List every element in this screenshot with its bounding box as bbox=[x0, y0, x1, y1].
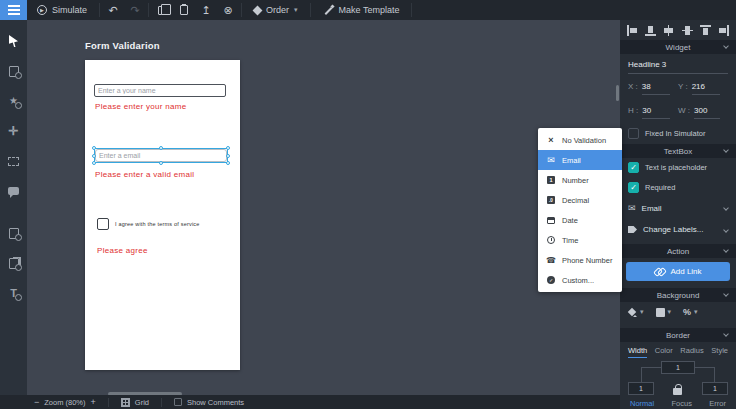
menu-item-number[interactable]: 1 Number bbox=[538, 170, 622, 190]
arrange-forward-icon[interactable]: ↥ bbox=[195, 0, 217, 20]
zoom-out-button[interactable]: − bbox=[34, 397, 39, 407]
number-icon: 1 bbox=[547, 176, 555, 184]
required-row[interactable]: ✓ Required bbox=[628, 182, 675, 193]
add-link-button[interactable]: Add Link bbox=[626, 262, 730, 281]
layers-icon bbox=[253, 5, 263, 15]
grid-toggle[interactable]: Grid bbox=[121, 398, 149, 407]
background-image-dropdown[interactable]: ▾ bbox=[656, 308, 672, 317]
lock-icon[interactable] bbox=[673, 384, 682, 395]
border-section-header[interactable]: Border bbox=[620, 328, 736, 342]
border-top-width-field[interactable]: 1 bbox=[661, 361, 695, 374]
text-tool-icon[interactable]: T bbox=[0, 278, 27, 308]
textbox-section-header[interactable]: TextBox bbox=[620, 144, 736, 158]
select-tool-icon[interactable] bbox=[0, 26, 27, 56]
selection-handle[interactable] bbox=[159, 146, 163, 150]
menu-item-custom[interactable]: ✓ Custom... bbox=[538, 270, 622, 290]
assets-tool-icon[interactable]: ★ bbox=[0, 86, 27, 116]
selection-handle[interactable] bbox=[92, 146, 96, 150]
text-is-placeholder-row[interactable]: ✓ Text is placeholder bbox=[628, 162, 707, 173]
tab-border-radius[interactable]: Radius bbox=[680, 346, 703, 358]
tab-border-width[interactable]: Width bbox=[628, 346, 647, 358]
section-title: Background bbox=[657, 291, 700, 300]
border-left-width-field[interactable]: 1 bbox=[628, 382, 654, 395]
agree-checkbox[interactable] bbox=[97, 218, 109, 230]
x-icon: × bbox=[548, 135, 553, 145]
change-labels-dropdown[interactable]: Change Labels... bbox=[628, 225, 728, 234]
align-center-vertical-icon[interactable] bbox=[682, 25, 693, 36]
chevron-down-icon bbox=[723, 227, 729, 233]
selection-handle[interactable] bbox=[92, 161, 96, 165]
screen-widget-tool-icon[interactable] bbox=[0, 56, 27, 86]
fill-color-dropdown[interactable]: ▾ bbox=[628, 308, 644, 317]
fixed-in-simulator-row[interactable]: Fixed In Simulator bbox=[628, 128, 705, 139]
group-widgets-tool-icon[interactable] bbox=[0, 248, 27, 278]
menu-item-phone-number[interactable]: ☎ Phone Number bbox=[538, 250, 622, 270]
tab-state-error[interactable]: Error bbox=[709, 399, 726, 409]
menu-item-label: Decimal bbox=[562, 196, 589, 205]
copy-icon[interactable] bbox=[151, 0, 173, 20]
text-is-placeholder-checkbox[interactable]: ✓ bbox=[628, 162, 639, 173]
menu-item-date[interactable]: Date bbox=[538, 210, 622, 230]
main-menu-button[interactable] bbox=[0, 0, 27, 20]
tab-state-focus[interactable]: Focus bbox=[672, 399, 692, 409]
move-tool-icon[interactable]: ✛ bbox=[0, 116, 27, 146]
selection-handle[interactable] bbox=[159, 161, 163, 165]
vertical-scrollbar[interactable] bbox=[616, 85, 619, 101]
zoom-in-button[interactable]: + bbox=[91, 397, 96, 407]
h-value-field[interactable]: 30 bbox=[642, 106, 670, 119]
zoom-level-label: Zoom (80%) bbox=[44, 398, 85, 407]
align-bottom-icon[interactable] bbox=[645, 25, 656, 36]
screen-title[interactable]: Form Validarion bbox=[85, 40, 160, 51]
inspector-panel: Widget Headline 3 X :38 Y :216 H :30 W :… bbox=[620, 20, 736, 409]
container-tool-icon[interactable] bbox=[0, 218, 27, 248]
tab-state-normal[interactable]: Normal bbox=[630, 399, 654, 409]
status-bar: − Zoom (80%) + Grid Show Comments bbox=[0, 395, 620, 409]
validation-type-dropdown[interactable]: ✉ Email bbox=[628, 203, 728, 213]
widget-section-header[interactable]: Widget bbox=[620, 40, 736, 54]
tag-icon bbox=[628, 226, 637, 233]
w-value-field[interactable]: 300 bbox=[694, 106, 720, 119]
envelope-icon: ✉ bbox=[628, 203, 636, 213]
marquee-select-tool-icon[interactable] bbox=[0, 146, 27, 176]
menu-item-no-validation[interactable]: × No Validation bbox=[538, 130, 622, 150]
simulate-button[interactable]: ▶ Simulate bbox=[27, 0, 97, 20]
form-screen-page[interactable]: Please enter your name Please enter a va… bbox=[85, 60, 240, 370]
make-template-button[interactable]: Make Template bbox=[313, 0, 410, 20]
design-canvas[interactable]: Form Validarion Please enter your name P… bbox=[27, 20, 620, 395]
action-section-header[interactable]: Action bbox=[620, 244, 736, 258]
align-center-horizontal-icon[interactable] bbox=[663, 25, 674, 36]
menu-item-decimal[interactable]: .0 Decimal bbox=[538, 190, 622, 210]
selection-handle[interactable] bbox=[226, 146, 230, 150]
widget-name-field[interactable]: Headline 3 bbox=[628, 60, 728, 74]
paste-icon[interactable] bbox=[173, 0, 195, 20]
menu-item-email[interactable]: ✉ Email bbox=[538, 150, 622, 170]
x-value-field[interactable]: 38 bbox=[642, 82, 670, 95]
check-circle-icon: ✓ bbox=[547, 276, 555, 284]
menu-item-label: Date bbox=[562, 216, 578, 225]
menu-item-time[interactable]: Time bbox=[538, 230, 622, 250]
align-left-icon[interactable] bbox=[627, 25, 638, 36]
selection-handle[interactable] bbox=[92, 154, 96, 158]
tab-border-style[interactable]: Style bbox=[711, 346, 728, 358]
show-comments-checkbox[interactable] bbox=[174, 398, 182, 406]
email-input-selection[interactable] bbox=[94, 148, 228, 163]
selection-handle[interactable] bbox=[226, 154, 230, 158]
delete-icon[interactable]: ⊗ bbox=[217, 0, 239, 20]
undo-icon[interactable]: ↶ bbox=[102, 0, 124, 20]
selection-handle[interactable] bbox=[226, 161, 230, 165]
y-value-field[interactable]: 216 bbox=[692, 82, 720, 95]
background-section-header[interactable]: Background bbox=[620, 288, 736, 302]
redo-icon: ↷ bbox=[124, 0, 146, 20]
fixed-in-simulator-checkbox[interactable] bbox=[628, 128, 639, 139]
border-right-width-field[interactable]: 1 bbox=[702, 382, 728, 395]
order-dropdown[interactable]: Order ▾ bbox=[244, 0, 308, 20]
align-right-icon[interactable] bbox=[718, 25, 729, 36]
required-checkbox[interactable]: ✓ bbox=[628, 182, 639, 193]
tab-border-color[interactable]: Color bbox=[655, 346, 673, 358]
chevron-down-icon bbox=[723, 247, 729, 253]
show-comments-toggle[interactable]: Show Comments bbox=[174, 398, 244, 407]
name-input[interactable] bbox=[94, 84, 226, 97]
align-top-icon[interactable] bbox=[700, 25, 711, 36]
opacity-dropdown[interactable]: %▾ bbox=[683, 307, 698, 317]
comment-tool-icon[interactable] bbox=[0, 176, 27, 206]
